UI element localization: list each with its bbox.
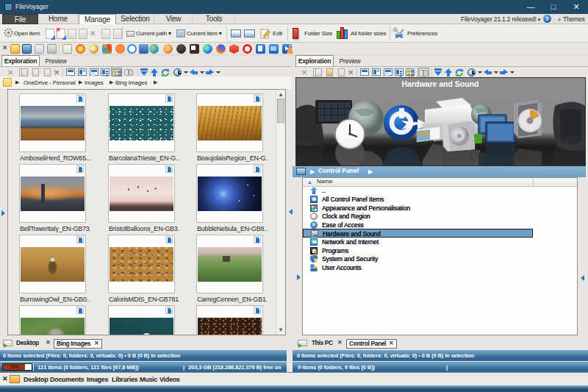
- svg-text:Hardware and Sound: Hardware and Sound: [401, 79, 478, 88]
